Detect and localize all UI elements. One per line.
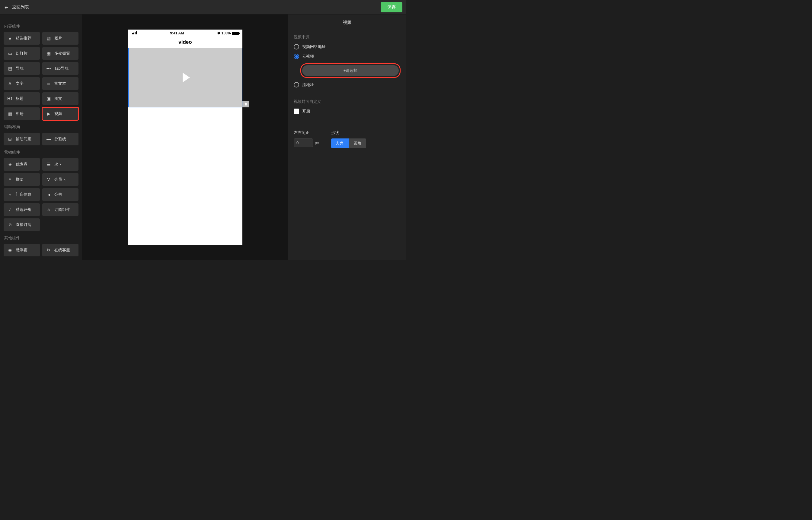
- divider-icon: —: [46, 136, 51, 142]
- component-coupon[interactable]: ◈优惠券: [4, 158, 40, 171]
- component-label: 次卡: [54, 162, 62, 167]
- component-storeinfo[interactable]: ⌂门店信息: [4, 188, 40, 201]
- cover-section-label: 视频封面自定义: [294, 99, 400, 104]
- nav-icon: ▤: [7, 66, 13, 71]
- properties-title: 视频: [288, 15, 406, 31]
- component-spacer[interactable]: ⊟辅助间距: [4, 133, 40, 146]
- component-label: 悬浮窗: [16, 247, 27, 253]
- heading-icon: H1: [7, 96, 13, 101]
- component-divider[interactable]: —分割线: [42, 133, 78, 146]
- shape-square-button[interactable]: 方角: [331, 138, 349, 148]
- featured-icon: ★: [7, 35, 13, 41]
- component-featured[interactable]: ★精选推荐: [4, 32, 40, 45]
- component-richtext[interactable]: ≣富文本: [42, 77, 78, 90]
- subcard-icon: ☰: [46, 162, 51, 167]
- component-label: 标题: [16, 96, 24, 101]
- component-showcase[interactable]: ▦多变橱窗: [42, 47, 78, 60]
- livesub-icon: ⎚: [7, 222, 13, 228]
- album-icon: ▩: [7, 111, 13, 116]
- component-label: 会员卡: [54, 177, 66, 182]
- radio-icon: [294, 44, 299, 49]
- radio-cloud[interactable]: 云视频: [294, 54, 400, 59]
- back-button[interactable]: 返回列表: [4, 4, 29, 10]
- main-area: 内容组件 ★精选推荐▧图片▭幻灯片▦多变橱窗▤导航•••Tab导航A文字≣富文本…: [0, 15, 406, 260]
- cover-toggle-label: 开启: [302, 109, 310, 114]
- component-heading[interactable]: H1标题: [4, 92, 40, 105]
- component-subcard[interactable]: ☰次卡: [42, 158, 78, 171]
- component-label: 视频: [54, 111, 62, 116]
- richtext-icon: ≣: [46, 81, 51, 86]
- margin-unit: px: [315, 140, 319, 145]
- canvas-area: 9:41 AM ✱ 100% video: [82, 15, 288, 260]
- component-label: 拼团: [16, 177, 24, 182]
- groupbuy-icon: ⚭: [7, 177, 13, 182]
- select-video-wrap: +请选择: [300, 63, 400, 78]
- component-label: 导航: [16, 66, 24, 71]
- component-tabnav[interactable]: •••Tab导航: [42, 62, 78, 75]
- phone-time: 9:41 AM: [170, 31, 184, 35]
- components-panel: 内容组件 ★精选推荐▧图片▭幻灯片▦多变橱窗▤导航•••Tab导航A文字≣富文本…: [0, 15, 82, 260]
- bluetooth-icon: ✱: [217, 31, 220, 35]
- margin-input[interactable]: [294, 138, 313, 147]
- phone-status-bar: 9:41 AM ✱ 100%: [128, 30, 242, 37]
- video-icon: ▶: [46, 111, 51, 116]
- battery-icon: [232, 32, 239, 35]
- component-slideshow[interactable]: ▭幻灯片: [4, 47, 40, 60]
- component-imgtext[interactable]: ▣图文: [42, 92, 78, 105]
- component-livesub[interactable]: ⎚直播订阅: [4, 218, 40, 231]
- phone-status-right: ✱ 100%: [217, 31, 239, 35]
- component-label: 辅助间距: [16, 136, 31, 142]
- component-label: 精选评价: [16, 207, 31, 212]
- other-components-grid: ◉悬浮窗↻在线客服: [4, 244, 78, 256]
- tabnav-icon: •••: [46, 66, 51, 71]
- radio-stream[interactable]: 流地址: [294, 82, 400, 87]
- radio-label: 云视频: [302, 54, 314, 59]
- component-label: 直播订阅: [16, 222, 31, 228]
- shape-label: 形状: [331, 130, 366, 135]
- float-icon: ◉: [7, 247, 13, 253]
- shape-segmented-control: 方角圆角: [331, 138, 366, 148]
- image-icon: ▧: [46, 35, 51, 41]
- component-reviews[interactable]: ✓精选评价: [4, 203, 40, 216]
- video-component-preview[interactable]: [128, 48, 242, 107]
- checkbox-icon: [294, 109, 299, 114]
- component-notice[interactable]: ◂公告: [42, 188, 78, 201]
- component-float[interactable]: ◉悬浮窗: [4, 244, 40, 256]
- component-text[interactable]: A文字: [4, 77, 40, 90]
- component-image[interactable]: ▧图片: [42, 32, 78, 45]
- marketing-components-grid: ◈优惠券☰次卡⚭拼团V会员卡⌂门店信息◂公告✓精选评价♫订阅组件⎚直播订阅: [4, 158, 78, 231]
- margin-label: 左右间距: [294, 130, 319, 135]
- membercard-icon: V: [46, 177, 51, 182]
- layout-components-grid: ⊟辅助间距—分割线: [4, 133, 78, 146]
- component-label: 幻灯片: [16, 51, 27, 56]
- component-label: 优惠券: [16, 162, 27, 167]
- component-label: Tab导航: [54, 66, 69, 71]
- showcase-icon: ▦: [46, 51, 51, 56]
- component-nav[interactable]: ▤导航: [4, 62, 40, 75]
- text-icon: A: [7, 81, 13, 86]
- component-chat[interactable]: ↻在线客服: [42, 244, 78, 256]
- shape-round-button[interactable]: 圆角: [349, 138, 366, 148]
- group-marketing-title: 营销组件: [4, 150, 78, 155]
- component-subscribe[interactable]: ♫订阅组件: [42, 203, 78, 216]
- component-video[interactable]: ▶视频: [42, 107, 78, 120]
- delete-component-button[interactable]: [242, 101, 249, 107]
- component-label: 公告: [54, 192, 62, 197]
- top-bar: 返回列表 保存: [0, 0, 406, 15]
- storeinfo-icon: ⌂: [7, 192, 13, 197]
- video-source-label: 视频来源: [294, 34, 400, 40]
- component-membercard[interactable]: V会员卡: [42, 173, 78, 186]
- component-album[interactable]: ▩相册: [4, 107, 40, 120]
- radio-url[interactable]: 视频网络地址: [294, 44, 400, 49]
- chat-icon: ↻: [46, 247, 51, 253]
- save-button[interactable]: 保存: [380, 2, 402, 12]
- play-icon: [182, 73, 190, 82]
- battery-label: 100%: [222, 31, 231, 35]
- component-groupbuy[interactable]: ⚭拼团: [4, 173, 40, 186]
- radio-label: 视频网络地址: [302, 44, 326, 49]
- component-label: 在线客服: [54, 247, 70, 253]
- component-label: 富文本: [54, 81, 66, 86]
- cover-toggle[interactable]: 开启: [294, 109, 400, 114]
- select-video-button[interactable]: +请选择: [302, 65, 399, 76]
- group-layout-title: 辅助布局: [4, 124, 78, 130]
